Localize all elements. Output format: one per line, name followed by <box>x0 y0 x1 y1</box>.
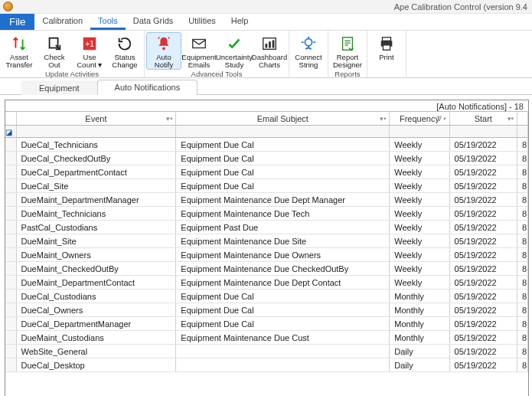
report-designer-button[interactable]: ReportDesigner <box>330 32 365 70</box>
tab-equipment[interactable]: Equipment <box>21 80 97 95</box>
table-cell <box>5 165 16 179</box>
table-cell: 8 <box>517 358 527 372</box>
ribbon-group: ConnectString <box>289 31 328 77</box>
table-cell: DueMaint_Technicians <box>16 207 176 221</box>
table-cell <box>176 345 390 358</box>
table-row[interactable]: DueMaint_SiteEquipment Maintenance Due S… <box>5 234 528 248</box>
table-cell: DueMaint_Custodians <box>16 331 176 345</box>
ribbon-group: AssetTransferCheckOut+1UseCount ▾StatusC… <box>0 31 145 77</box>
file-menu-button[interactable]: File <box>0 14 34 30</box>
uncertainty-study-button[interactable]: UncertaintyStudy <box>217 32 252 70</box>
table-cell: 05/19/2022 <box>449 303 517 317</box>
table-cell: 05/19/2022 <box>449 179 517 193</box>
table-cell: Equipment Due Cal <box>176 138 390 152</box>
menu-item-calibration[interactable]: Calibration <box>34 14 90 30</box>
svg-rect-8 <box>273 40 275 47</box>
sort-glyph-icon: ▾• <box>166 115 172 123</box>
check-icon <box>226 34 243 53</box>
svg-point-3 <box>162 47 165 51</box>
grid-header-extra[interactable] <box>517 112 527 126</box>
ribbon-btn-label: Count ▾ <box>77 61 103 69</box>
menu-item-help[interactable]: Help <box>224 14 256 30</box>
menu-item-tools[interactable]: Tools <box>90 14 126 30</box>
svg-rect-4 <box>193 40 206 48</box>
table-cell: 05/19/2022 <box>449 248 517 262</box>
table-row[interactable]: DueMaint_CheckedOutByEquipment Maintenan… <box>5 262 528 276</box>
table-row[interactable]: DueCal_SiteEquipment Due CalWeekly05/19/… <box>5 179 528 193</box>
table-cell: Weekly <box>390 179 449 193</box>
table-cell: 8 <box>517 165 527 179</box>
use-count-button[interactable]: +1UseCount ▾ <box>72 32 107 70</box>
table-row[interactable]: DueCal_OwnersEquipment Due CalMonthly05/… <box>5 303 528 317</box>
sort-glyph-icon: ▾• <box>508 115 514 123</box>
grid-header-event[interactable]: Event▾• <box>16 112 176 126</box>
menu-item-utilities[interactable]: Utilities <box>181 14 223 30</box>
auto-notify-button[interactable]: AutoNotify <box>146 32 181 70</box>
table-cell: 8 <box>517 193 527 207</box>
ribbon-group: Print <box>367 31 406 77</box>
table-cell: 8 <box>517 276 527 290</box>
table-row[interactable]: PastCal_CustodiansEquipment Past DueWeek… <box>5 221 528 234</box>
status-icon <box>116 34 133 53</box>
ribbon-btn-label: Out <box>48 61 60 69</box>
grid-selector-header[interactable] <box>5 112 16 126</box>
table-row[interactable]: DueCal_DesktopDaily05/19/20228 <box>5 358 528 372</box>
filter-glyph-icon: ∇ • <box>437 115 446 123</box>
check-out-button[interactable]: CheckOut <box>37 32 72 70</box>
table-cell: 05/19/2022 <box>449 138 517 152</box>
bell-icon <box>155 34 172 53</box>
grid-title: [Auto Notifications] - 18 <box>5 100 528 111</box>
table-cell: Weekly <box>390 221 449 234</box>
table-row[interactable]: DueMaint_TechniciansEquipment Maintenanc… <box>5 207 528 221</box>
menu-item-data-grids[interactable]: Data Grids <box>126 14 181 30</box>
table-row[interactable]: DueMaint_DepartmentManagerEquipment Main… <box>5 193 528 207</box>
grid-filter-row[interactable]: ◪ <box>5 126 528 138</box>
status-change-button[interactable]: StatusChange <box>107 32 142 70</box>
tab-auto-notifications[interactable]: Auto Notifications <box>97 80 198 95</box>
table-cell: 05/19/2022 <box>449 317 517 331</box>
table-cell <box>5 221 16 234</box>
table-cell <box>5 276 16 290</box>
table-cell: PastCal_Custodians <box>16 221 176 234</box>
table-row[interactable]: DueCal_DepartmentContactEquipment Due Ca… <box>5 165 528 179</box>
equipment-emails-button[interactable]: EquipmentEmails <box>181 32 217 70</box>
ribbon-btn-label: Charts <box>259 61 280 69</box>
table-cell: 8 <box>517 179 527 193</box>
table-row[interactable]: DueMaint_DepartmentContactEquipment Main… <box>5 276 528 290</box>
table-cell <box>5 234 16 248</box>
grid-header-start[interactable]: Start▾• <box>449 112 517 126</box>
table-row[interactable]: DueMaint_OwnersEquipment Maintenance Due… <box>5 248 528 262</box>
dashboard-charts-button[interactable]: DashboardCharts <box>252 32 287 70</box>
table-cell: DueMaint_CheckedOutBy <box>16 262 176 276</box>
app-title: Ape Calibration Control (version 9.4 <box>394 2 527 11</box>
table-cell: DueCal_Owners <box>16 303 176 317</box>
table-cell: 05/19/2022 <box>449 331 517 345</box>
svg-text:+1: +1 <box>85 40 94 48</box>
table-cell <box>5 303 16 317</box>
table-row[interactable]: DueCal_CheckedOutByEquipment Due CalWeek… <box>5 152 528 165</box>
table-row[interactable]: DueMaint_CustodiansEquipment Maintenance… <box>5 331 528 345</box>
checkout-icon <box>46 34 63 53</box>
table-cell <box>5 138 16 152</box>
table-cell: 05/19/2022 <box>449 152 517 165</box>
connect-string-button[interactable]: ConnectString <box>291 32 326 70</box>
ribbon-btn-label: Transfer <box>5 61 32 69</box>
table-cell: DueCal_CheckedOutBy <box>16 152 176 165</box>
table-cell: Equipment Maintenance Due Tech <box>176 207 390 221</box>
table-row[interactable]: DueCal_DepartmentManagerEquipment Due Ca… <box>5 317 528 331</box>
report-icon <box>339 34 356 53</box>
ribbon-group-label: Update Activities <box>45 70 99 79</box>
table-cell: Monthly <box>390 303 449 317</box>
table-cell: 05/19/2022 <box>449 221 517 234</box>
grid-header-subject[interactable]: Email Subject▾• <box>176 112 390 126</box>
asset-transfer-button[interactable]: AssetTransfer <box>2 32 37 70</box>
print-button[interactable]: Print <box>369 32 404 62</box>
table-cell: Equipment Past Due <box>176 221 390 234</box>
grid-header-frequency[interactable]: Frequency∇ • <box>390 112 449 126</box>
table-cell: DueCal_Site <box>16 179 176 193</box>
table-row[interactable]: DueCal_TechniciansEquipment Due CalWeekl… <box>5 138 528 152</box>
table-row[interactable]: DueCal_CustodiansEquipment Due CalMonthl… <box>5 290 528 303</box>
table-cell: Equipment Due Cal <box>176 290 390 303</box>
table-cell: Weekly <box>390 207 449 221</box>
table-row[interactable]: WebSite_GeneralDaily05/19/20228 <box>5 345 528 358</box>
